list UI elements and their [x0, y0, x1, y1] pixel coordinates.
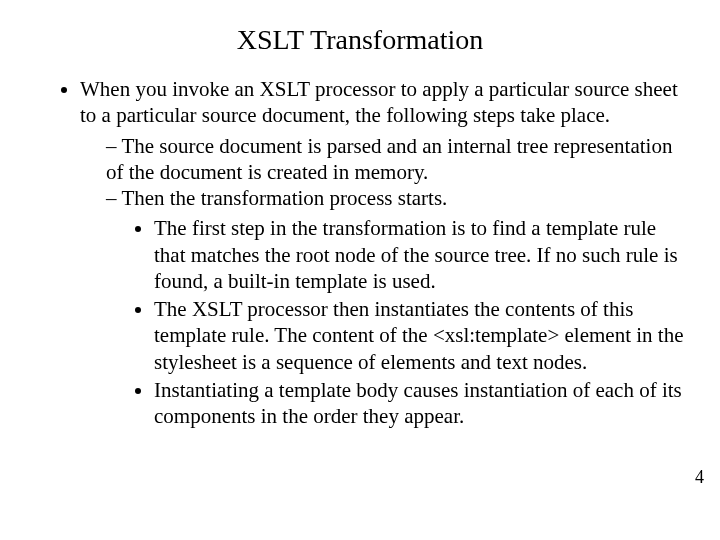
- bullet-text: Instantiating a template body causes ins…: [154, 378, 682, 428]
- bullet-text: When you invoke an XSLT processor to app…: [80, 77, 678, 127]
- bullet-item: The first step in the transformation is …: [154, 215, 684, 294]
- slide: XSLT Transformation When you invoke an X…: [0, 0, 720, 540]
- bullet-text: Then the transformation process starts.: [121, 186, 447, 210]
- page-number: 4: [695, 467, 704, 488]
- bullet-text: The first step in the transformation is …: [154, 216, 678, 293]
- bullet-list: When you invoke an XSLT processor to app…: [36, 76, 684, 429]
- bullet-text: The source document is parsed and an int…: [106, 134, 672, 184]
- bullet-item: The XSLT processor then instantiates the…: [154, 296, 684, 375]
- bullet-item: When you invoke an XSLT processor to app…: [80, 76, 684, 429]
- slide-title: XSLT Transformation: [36, 24, 684, 56]
- bullet-text: The XSLT processor then instantiates the…: [154, 297, 683, 374]
- bullet-subsublist: The first step in the transformation is …: [106, 215, 684, 429]
- bullet-item: The source document is parsed and an int…: [106, 133, 684, 186]
- bullet-item: Instantiating a template body causes ins…: [154, 377, 684, 430]
- bullet-item: Then the transformation process starts. …: [106, 185, 684, 429]
- bullet-sublist: The source document is parsed and an int…: [80, 133, 684, 430]
